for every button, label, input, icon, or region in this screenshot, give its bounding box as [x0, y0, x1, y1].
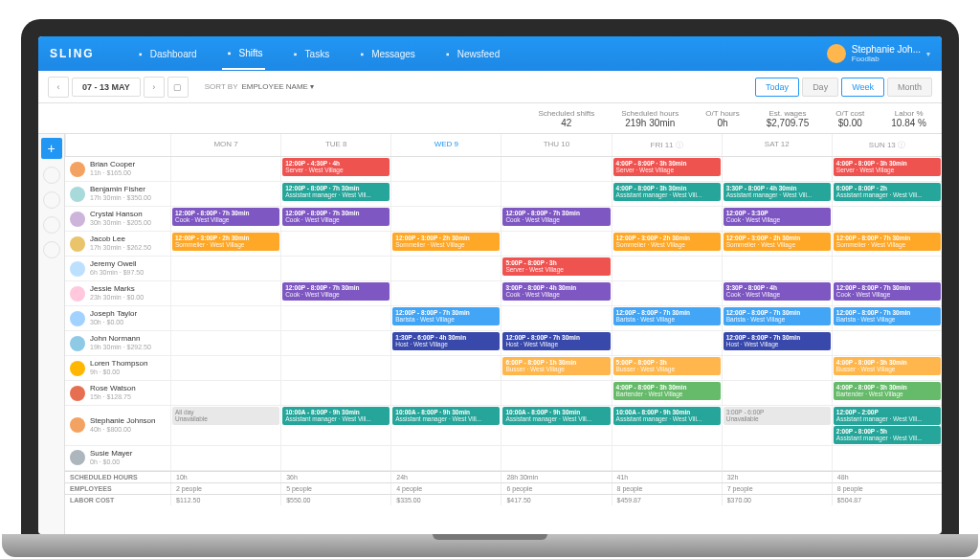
- shift-cell[interactable]: 4:00P - 8:00P · 3h 30minAssistant manage…: [612, 182, 722, 206]
- employee-cell[interactable]: Brian Cooper11h · $165.00: [65, 157, 170, 181]
- date-range[interactable]: 07 - 13 MAY: [72, 78, 141, 97]
- shift-cell[interactable]: 6:00P - 8:00P · 2hAssistant manager · We…: [832, 182, 942, 206]
- shift-block[interactable]: 10:00A - 8:00P · 9h 30minAssistant manag…: [392, 407, 500, 425]
- shift-block[interactable]: 4:00P - 8:00P · 3h 30minBusser · West Vi…: [834, 357, 941, 375]
- week-view-button[interactable]: Week: [841, 78, 884, 97]
- nav-dashboard[interactable]: ▪Dashboard: [133, 38, 199, 69]
- shift-cell[interactable]: [170, 446, 280, 470]
- employee-cell[interactable]: Loren Thompson9h · $0.00: [65, 356, 170, 380]
- shift-cell[interactable]: [832, 207, 942, 231]
- employee-cell[interactable]: Stephanie Johnson40h · $800.00: [65, 406, 170, 445]
- shift-cell[interactable]: 12:00P - 8:00P · 7h 30minBarista · West …: [832, 306, 942, 330]
- shift-cell[interactable]: [390, 157, 501, 181]
- shift-block[interactable]: 10:00A - 8:00P · 9h 30minAssistant manag…: [502, 407, 610, 425]
- shift-cell[interactable]: [170, 281, 280, 305]
- shift-cell[interactable]: 12:00P - 3:00P · 2h 30minSommelier · Wes…: [390, 232, 501, 256]
- user-menu[interactable]: Stephanie Joh... Foodlab ▾: [827, 44, 930, 63]
- shift-block[interactable]: 1:30P - 6:00P · 4h 30minHost · West Vill…: [392, 332, 500, 350]
- shift-cell[interactable]: [501, 157, 611, 181]
- unavailable-block[interactable]: 3:00P - 6:00PUnavailable: [724, 407, 831, 425]
- shift-cell[interactable]: [170, 257, 280, 280]
- shift-cell[interactable]: 12:00P - 8:00P · 7h 30minSommelier · Wes…: [832, 232, 942, 256]
- shift-block[interactable]: 12:00P - 8:00P · 7h 30minHost · West Vil…: [502, 332, 610, 350]
- shift-block[interactable]: 12:00P - 8:00P · 7h 30minCook · West Vil…: [834, 282, 941, 301]
- shift-cell[interactable]: [722, 446, 832, 470]
- shift-cell[interactable]: 12:00P - 8:00P · 7h 30minCook · West Vil…: [280, 207, 390, 231]
- shift-cell[interactable]: [722, 356, 832, 380]
- shift-cell[interactable]: [280, 331, 390, 355]
- shift-cell[interactable]: [280, 381, 390, 405]
- shift-block[interactable]: 12:00P - 8:00P · 7h 30minHost · West Vil…: [724, 332, 831, 350]
- shift-block[interactable]: 12:00P - 8:00P · 7h 30minCook · West Vil…: [172, 208, 279, 226]
- shift-cell[interactable]: [390, 356, 501, 380]
- month-view-button[interactable]: Month: [887, 78, 932, 97]
- shift-block[interactable]: 12:00P - 8:00P · 7h 30minBarista · West …: [834, 307, 941, 325]
- shift-block[interactable]: 12:00P - 3:00P · 2h 30minSommelier · Wes…: [724, 233, 831, 251]
- shift-cell[interactable]: [501, 182, 611, 206]
- shift-cell[interactable]: 12:00P - 8:00P · 7h 30minHost · West Vil…: [722, 331, 832, 355]
- shift-cell[interactable]: [390, 257, 501, 280]
- shift-block[interactable]: 12:00P - 8:00P · 7h 30minAssistant manag…: [282, 183, 390, 201]
- shift-cell[interactable]: [170, 306, 280, 330]
- employee-cell[interactable]: John Normann19h 30min · $292.50: [65, 331, 170, 355]
- shift-cell[interactable]: [501, 306, 611, 330]
- shift-block[interactable]: 5:00P - 8:00P · 3hBusser · West Village: [613, 357, 721, 375]
- nav-tasks[interactable]: ▪Tasks: [288, 38, 332, 69]
- shift-cell[interactable]: [612, 281, 722, 305]
- shift-cell[interactable]: 4:00P - 8:00P · 3h 30minServer · West Vi…: [612, 157, 722, 181]
- today-button[interactable]: Today: [755, 78, 799, 97]
- shift-block[interactable]: 4:00P - 8:00P · 3h 30minBartender · West…: [834, 382, 941, 400]
- shift-block[interactable]: 4:00P - 8:00P · 3h 30minAssistant manage…: [613, 183, 721, 201]
- nav-shifts[interactable]: ▪Shifts: [222, 37, 265, 70]
- shift-cell[interactable]: 12:00P - 8:00P · 7h 30minCook · West Vil…: [280, 281, 390, 305]
- shift-block[interactable]: 12:00P - 3:00P · 2h 30minSommelier · Wes…: [613, 233, 721, 251]
- employee-cell[interactable]: Susie Mayer0h · $0.00: [65, 446, 170, 470]
- shift-cell[interactable]: 4:00P - 8:00P · 3h 30minBartender · West…: [832, 381, 942, 405]
- employee-cell[interactable]: Jeremy Owell6h 30min · $97.50: [65, 257, 170, 280]
- shift-cell[interactable]: All dayUnavailable: [170, 406, 280, 445]
- shift-block[interactable]: 6:00P - 8:00P · 1h 30minBusser · West Vi…: [502, 357, 610, 375]
- shift-cell[interactable]: 10:00A - 8:00P · 9h 30minAssistant manag…: [612, 406, 722, 445]
- shift-block[interactable]: 3:00P - 8:00P · 4h 30minCook · West Vill…: [502, 282, 610, 301]
- shift-cell[interactable]: [170, 356, 280, 380]
- add-shift-button[interactable]: +: [41, 138, 62, 159]
- shift-cell[interactable]: 12:00P - 8:00P · 7h 30minBarista · West …: [612, 306, 722, 330]
- shift-cell[interactable]: 12:00P - 3:00P · 2h 30minSommelier · Wes…: [612, 232, 722, 256]
- shift-cell[interactable]: 1:30P - 6:00P · 4h 30minHost · West Vill…: [390, 331, 501, 355]
- shift-block[interactable]: 12:00P - 8:00P · 7h 30minCook · West Vil…: [282, 208, 390, 226]
- unavailable-block[interactable]: All dayUnavailable: [172, 407, 279, 425]
- shift-cell[interactable]: [832, 257, 942, 280]
- shift-block[interactable]: 12:00P - 8:00P · 7h 30minSommelier · Wes…: [834, 233, 941, 251]
- shift-block[interactable]: 12:00P - 3:00P · 2h 30minSommelier · Wes…: [172, 233, 279, 251]
- shift-cell[interactable]: 4:00P - 8:00P · 3h 30minBartender · West…: [612, 381, 722, 405]
- employee-cell[interactable]: Joseph Taylor30h · $0.00: [65, 306, 170, 330]
- shift-cell[interactable]: 5:00P - 8:00P · 3hServer · West Village: [501, 257, 611, 280]
- shift-cell[interactable]: [170, 331, 280, 355]
- shift-cell[interactable]: 12:00P - 8:00P · 7h 30minBarista · West …: [722, 306, 832, 330]
- shift-cell[interactable]: 12:00P - 8:00P · 7h 30minCook · West Vil…: [170, 207, 280, 231]
- shift-cell[interactable]: [280, 232, 390, 256]
- shift-block[interactable]: 12:00P - 8:00P · 7h 30minBarista · West …: [724, 307, 831, 325]
- shift-cell[interactable]: [390, 281, 501, 305]
- shift-block[interactable]: 5:00P - 8:00P · 3hServer · West Village: [502, 257, 610, 276]
- shift-cell[interactable]: 4:00P - 8:00P · 3h 30minBusser · West Vi…: [832, 356, 942, 380]
- shift-block[interactable]: 12:00P - 8:00P · 7h 30minCook · West Vil…: [502, 208, 610, 226]
- shift-block[interactable]: 3:30P - 8:00P · 4h 30minAssistant manage…: [724, 183, 831, 201]
- employee-cell[interactable]: Rose Watson15h · $128.75: [65, 381, 170, 405]
- shift-cell[interactable]: 12:00P - 2:00PAssistant manager · West V…: [832, 406, 942, 445]
- shift-cell[interactable]: [832, 331, 942, 355]
- employee-cell[interactable]: Jacob Lee17h 30min · $262.50: [65, 232, 170, 256]
- shift-cell[interactable]: [501, 232, 611, 256]
- filter-icon[interactable]: [43, 241, 60, 258]
- shift-block[interactable]: 12:00P - 2:00PAssistant manager · West V…: [834, 407, 941, 425]
- shift-cell[interactable]: 12:00P - 4:30P · 4hServer · West Village: [280, 157, 390, 181]
- shift-block[interactable]: 4:00P - 8:00P · 3h 30minBartender · West…: [613, 382, 721, 400]
- shift-cell[interactable]: [612, 207, 722, 231]
- shift-cell[interactable]: [612, 257, 722, 280]
- next-week-button[interactable]: ›: [144, 77, 165, 98]
- shift-cell[interactable]: 4:00P - 8:00P · 3h 30minServer · West Vi…: [832, 157, 942, 181]
- employee-cell[interactable]: Crystal Hanson30h 30min · $205.00: [65, 207, 170, 231]
- shift-block[interactable]: 4:00P - 8:00P · 3h 30minServer · West Vi…: [613, 158, 721, 176]
- shift-cell[interactable]: [390, 446, 501, 470]
- shift-block[interactable]: 12:00P - 3:30PCook · West Village: [724, 208, 831, 226]
